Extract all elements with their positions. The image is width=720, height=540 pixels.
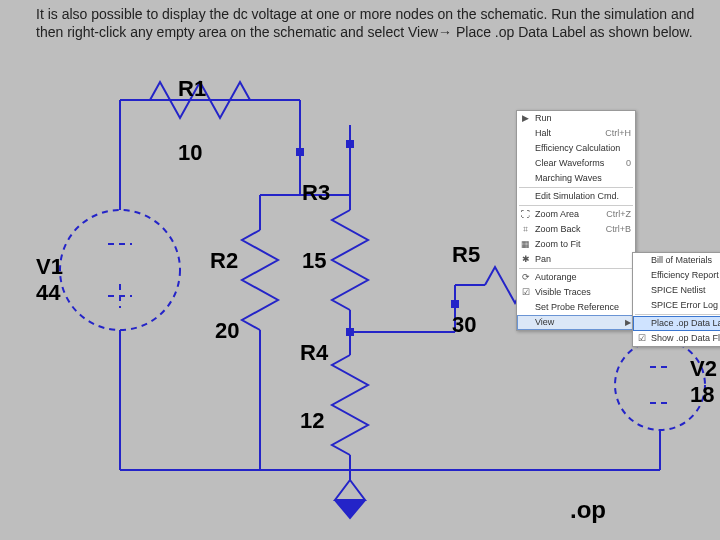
value-r2: 20 <box>215 318 239 344</box>
menu-label: SPICE Netlist <box>651 284 706 297</box>
menu-icon: ⛶ <box>520 208 531 221</box>
menu-label: Halt <box>535 127 551 140</box>
menu-label: SPICE Error Log <box>651 299 718 312</box>
menu-label: Pan <box>535 253 551 266</box>
value-v2: 18 <box>690 382 714 408</box>
menu-label: Bill of Materials <box>651 254 712 267</box>
label-r5: R5 <box>452 242 480 268</box>
menu-item-autorange[interactable]: ⟳Autorange <box>517 270 635 285</box>
svg-point-2 <box>60 210 180 330</box>
menu-item-marching-waves[interactable]: Marching Waves <box>517 171 635 186</box>
menu-item-run[interactable]: ▶Run <box>517 111 635 126</box>
menu-item-halt[interactable]: HaltCtrl+H <box>517 126 635 141</box>
menu-item-show-op-data-flags[interactable]: ☑Show .op Data Flags <box>633 331 720 346</box>
menu-label: Autorange <box>535 271 577 284</box>
menu-icon: ▦ <box>520 238 531 251</box>
menu-label: Zoom Back <box>535 223 581 236</box>
menu-icon: ☑ <box>636 332 647 345</box>
directive-op: .op <box>570 496 606 524</box>
menu-item-pan[interactable]: ✱Pan <box>517 252 635 267</box>
context-menu[interactable]: ▶RunHaltCtrl+HEfficiency CalculationClea… <box>516 110 636 331</box>
instruction-text: It is also possible to display the dc vo… <box>36 6 696 41</box>
label-r2: R2 <box>210 248 238 274</box>
menu-icon: ⟳ <box>520 271 531 284</box>
menu-item-spice-error-log[interactable]: SPICE Error Log <box>633 298 720 313</box>
svg-rect-24 <box>451 300 459 308</box>
menu-label: Efficiency Report <box>651 269 719 282</box>
value-r4: 12 <box>300 408 324 434</box>
svg-rect-6 <box>296 148 304 156</box>
menu-icon: ▶ <box>520 112 531 125</box>
menu-label: Place .op Data Label <box>651 317 720 330</box>
menu-label: Visible Traces <box>535 286 591 299</box>
label-r4: R4 <box>300 340 328 366</box>
value-r1: 10 <box>178 140 202 166</box>
menu-label: Show .op Data Flags <box>651 332 720 345</box>
label-v1: V1 <box>36 254 63 280</box>
menu-label: Edit Simulation Cmd. <box>535 190 619 203</box>
menu-item-view[interactable]: View▶ <box>517 315 635 330</box>
menu-label: Zoom to Fit <box>535 238 581 251</box>
menu-label: Efficiency Calculation <box>535 142 620 155</box>
menu-item-set-probe-reference[interactable]: Set Probe Reference <box>517 300 635 315</box>
menu-item-zoom-area[interactable]: ⛶Zoom AreaCtrl+Z <box>517 207 635 222</box>
label-v2: V2 <box>690 356 717 382</box>
menu-label: View <box>535 316 554 329</box>
menu-label: Zoom Area <box>535 208 579 221</box>
svg-rect-12 <box>346 140 354 148</box>
menu-item-visible-traces[interactable]: ☑Visible Traces <box>517 285 635 300</box>
menu-label: Run <box>535 112 552 125</box>
menu-item-spice-netlist[interactable]: SPICE Netlist <box>633 283 720 298</box>
menu-item-clear-waveforms[interactable]: Clear Waveforms0 <box>517 156 635 171</box>
context-submenu-view[interactable]: Bill of MaterialsEfficiency ReportSPICE … <box>632 252 720 347</box>
menu-label: Set Probe Reference <box>535 301 619 314</box>
svg-marker-21 <box>335 500 365 518</box>
menu-label: Clear Waveforms <box>535 157 604 170</box>
menu-icon: ✱ <box>520 253 531 266</box>
menu-item-efficiency-report[interactable]: Efficiency Report <box>633 268 720 283</box>
menu-icon: ⌗ <box>520 223 531 236</box>
menu-item-bill-of-materials[interactable]: Bill of Materials <box>633 253 720 268</box>
menu-icon: ☑ <box>520 286 531 299</box>
submenu-arrow-icon: ▶ <box>607 316 631 329</box>
label-r1: R1 <box>178 76 206 102</box>
menu-item-efficiency-calculation[interactable]: Efficiency Calculation <box>517 141 635 156</box>
value-v1: 44 <box>36 280 60 306</box>
menu-item-zoom-to-fit[interactable]: ▦Zoom to Fit <box>517 237 635 252</box>
menu-label: Marching Waves <box>535 172 602 185</box>
menu-item-edit-simulation-cmd-[interactable]: Edit Simulation Cmd. <box>517 189 635 204</box>
value-r5: 30 <box>452 312 476 338</box>
menu-item-place-op-data-label[interactable]: Place .op Data Label <box>633 316 720 331</box>
value-r3: 15 <box>302 248 326 274</box>
menu-item-zoom-back[interactable]: ⌗Zoom BackCtrl+B <box>517 222 635 237</box>
label-r3: R3 <box>302 180 330 206</box>
